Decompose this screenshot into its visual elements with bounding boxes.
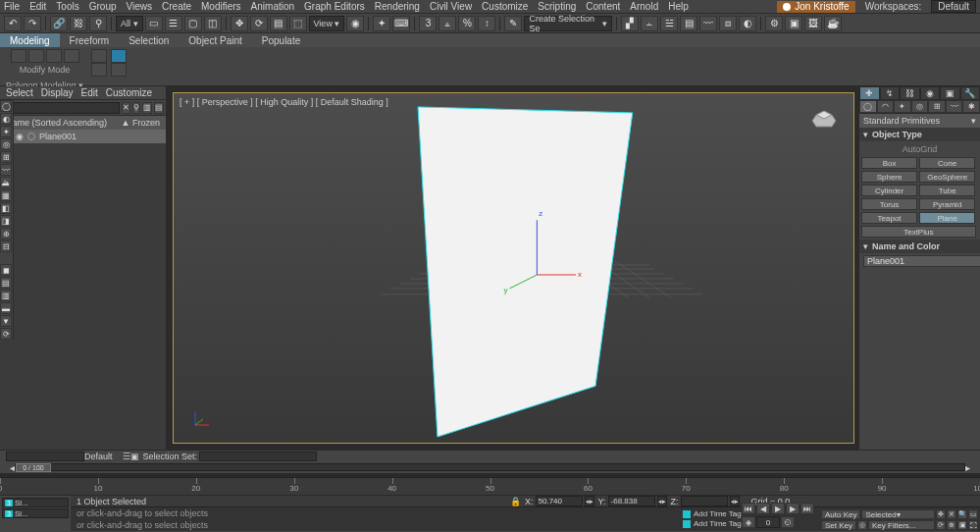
perspective-viewport[interactable]: [ + ] [ Perspective ] [ High Quality ] [… bbox=[173, 92, 854, 444]
se-search-input[interactable] bbox=[4, 102, 120, 114]
goto-end-button[interactable]: ⏭ bbox=[800, 503, 814, 514]
menu-modifiers[interactable]: Modifiers bbox=[201, 1, 241, 12]
ribbon-tab-freeform[interactable]: Freeform bbox=[60, 33, 120, 47]
keyfilters-button[interactable]: Key Filters... bbox=[868, 520, 935, 530]
render-setup-button[interactable]: ⚙ bbox=[765, 16, 783, 31]
named-selection-dropdown[interactable]: Create Selection Se ▾ bbox=[524, 16, 612, 31]
keyfilter-dropdown-top[interactable]: Selected ▾ bbox=[861, 509, 935, 519]
vs-btn-11[interactable]: ⊕ bbox=[0, 228, 12, 239]
vs-btn-4[interactable]: ◎ bbox=[0, 138, 12, 150]
y-spinner-icon[interactable]: ◂▸ bbox=[657, 496, 667, 506]
maxscript-row-2[interactable]: 3Sl... bbox=[2, 508, 69, 518]
rg-extra-1[interactable] bbox=[91, 49, 107, 63]
redo-button[interactable]: ↷ bbox=[24, 16, 41, 31]
menu-tools[interactable]: Tools bbox=[56, 1, 78, 12]
vs-btn-8[interactable]: ▦ bbox=[0, 189, 12, 201]
utilities-tab[interactable]: 🔧 bbox=[960, 86, 981, 100]
add-time-tag-2[interactable]: Add Time Tag bbox=[683, 519, 742, 528]
se-menu-customize[interactable]: Customize bbox=[106, 87, 152, 98]
y-input[interactable] bbox=[608, 496, 655, 506]
layers-button[interactable]: ☱ bbox=[660, 16, 678, 31]
viewcube-icon[interactable] bbox=[806, 105, 842, 133]
time-config-button[interactable]: ⏲ bbox=[781, 516, 795, 528]
vs-btn-18[interactable]: ⟳ bbox=[0, 328, 12, 340]
obj-box-button[interactable]: Box bbox=[861, 157, 917, 169]
menu-civilview[interactable]: Civil View bbox=[430, 1, 472, 12]
se-view-icon[interactable]: ▥ bbox=[142, 102, 152, 114]
time-slider-right-icon[interactable]: ▸ bbox=[965, 462, 970, 473]
menu-grapheditors[interactable]: Graph Editors bbox=[304, 1, 365, 12]
primitive-type-dropdown[interactable]: Standard Primitives▾ bbox=[859, 114, 980, 128]
menu-edit[interactable]: Edit bbox=[29, 1, 46, 12]
se-filter-icon[interactable]: ▤ bbox=[154, 102, 164, 114]
ribbon-tab-selection[interactable]: Selection bbox=[119, 33, 179, 47]
lock-selection-icon[interactable]: 🔒 bbox=[510, 497, 521, 506]
name-color-rollout[interactable]: ▾Name and Color bbox=[859, 239, 980, 253]
vs-btn-5[interactable]: ⊞ bbox=[0, 151, 12, 163]
menu-scripting[interactable]: Scripting bbox=[538, 1, 576, 12]
align-button[interactable]: ⫠ bbox=[641, 16, 658, 31]
obj-plane-button[interactable]: Plane bbox=[919, 212, 975, 224]
next-frame-button[interactable]: ▶ bbox=[786, 503, 799, 514]
schematic-view-button[interactable]: ⧈ bbox=[719, 16, 737, 31]
angle-snap-button[interactable]: ⟁ bbox=[438, 16, 456, 31]
curve-editor-button[interactable]: 〰 bbox=[699, 16, 717, 31]
x-input[interactable] bbox=[536, 496, 583, 506]
time-ruler[interactable]: 0102030405060708090100 bbox=[0, 477, 980, 495]
ribbon-tab-modeling[interactable]: Modeling bbox=[0, 33, 60, 47]
lights-subtab[interactable]: ✦ bbox=[894, 100, 911, 113]
menu-views[interactable]: Views bbox=[127, 1, 153, 12]
object-type-rollout[interactable]: ▾Object Type bbox=[859, 128, 980, 141]
time-slider-thumb[interactable]: 0 / 100 bbox=[16, 463, 51, 472]
selection-set-dropdown[interactable] bbox=[199, 452, 317, 461]
se-menu-edit[interactable]: Edit bbox=[81, 87, 98, 98]
z-input[interactable] bbox=[681, 496, 728, 506]
vs-btn-14[interactable]: ▤ bbox=[0, 277, 12, 289]
unlink-button[interactable]: ⛓ bbox=[70, 16, 87, 31]
vs-btn-13[interactable]: ◼ bbox=[0, 264, 12, 276]
ref-coord-dropdown[interactable]: View ▾ bbox=[309, 16, 345, 31]
vs-btn-12[interactable]: ⊟ bbox=[0, 240, 12, 252]
render-button[interactable]: ☕ bbox=[824, 16, 842, 31]
rg-extra-4[interactable] bbox=[111, 63, 127, 77]
select-object-button[interactable]: ▭ bbox=[145, 16, 163, 31]
autogrid-checkbox[interactable]: AutoGrid bbox=[861, 143, 978, 155]
mirror-button[interactable]: ▞ bbox=[621, 16, 639, 31]
vs-btn-7[interactable]: ⛰ bbox=[0, 177, 12, 188]
vs-btn-1[interactable]: ◯ bbox=[0, 100, 12, 112]
menu-group[interactable]: Group bbox=[89, 1, 117, 12]
tree-row-plane001[interactable]: ▾ ◉ Plane001 bbox=[0, 130, 166, 143]
menu-file[interactable]: File bbox=[4, 1, 20, 12]
ribbon-tab-objectpaint[interactable]: Object Paint bbox=[179, 33, 251, 47]
create-tab[interactable]: ✚ bbox=[859, 86, 880, 100]
display-tab[interactable]: ▣ bbox=[940, 86, 960, 100]
autokey-button[interactable]: Auto Key bbox=[821, 509, 860, 519]
setkey-large-button[interactable]: ◎ bbox=[857, 520, 867, 530]
hierarchy-tab[interactable]: ⛓ bbox=[900, 86, 920, 100]
render-frame-button[interactable]: ▣ bbox=[785, 16, 802, 31]
menu-help[interactable]: Help bbox=[668, 1, 689, 12]
vs-btn-10[interactable]: ◨ bbox=[0, 215, 12, 227]
manipulate-button[interactable]: ✦ bbox=[373, 16, 390, 31]
select-name-button[interactable]: ☰ bbox=[165, 16, 182, 31]
render-production-button[interactable]: 🖼 bbox=[804, 16, 822, 31]
vs-btn-16[interactable]: ▬ bbox=[0, 302, 12, 314]
poly-btn-1[interactable] bbox=[11, 49, 26, 63]
spacewarps-subtab[interactable]: 〰 bbox=[946, 100, 963, 113]
obj-sphere-button[interactable]: Sphere bbox=[861, 171, 917, 183]
placement-button[interactable]: ⬚ bbox=[289, 16, 307, 31]
vnav-walk-button[interactable]: ⤧ bbox=[947, 509, 956, 519]
obj-textplus-button[interactable]: TextPlus bbox=[861, 226, 976, 238]
menu-create[interactable]: Create bbox=[162, 1, 191, 12]
toggle-ribbon-button[interactable]: ▤ bbox=[680, 16, 697, 31]
maxscript-row-1[interactable]: 3Sl... bbox=[2, 498, 69, 507]
obj-cone-button[interactable]: Cone bbox=[919, 157, 975, 169]
helpers-subtab[interactable]: ⊞ bbox=[928, 100, 946, 113]
z-spinner-icon[interactable]: ◂▸ bbox=[730, 496, 740, 506]
vs-btn-15[interactable]: ▥ bbox=[0, 290, 12, 301]
vnav-pan-button[interactable]: ✥ bbox=[936, 509, 946, 519]
cameras-subtab[interactable]: ◎ bbox=[911, 100, 929, 113]
time-slider[interactable]: ◂ 0 / 100 ▸ bbox=[0, 461, 980, 473]
vs-btn-17[interactable]: ▼ bbox=[0, 315, 12, 327]
rg-extra-2[interactable] bbox=[91, 63, 107, 77]
